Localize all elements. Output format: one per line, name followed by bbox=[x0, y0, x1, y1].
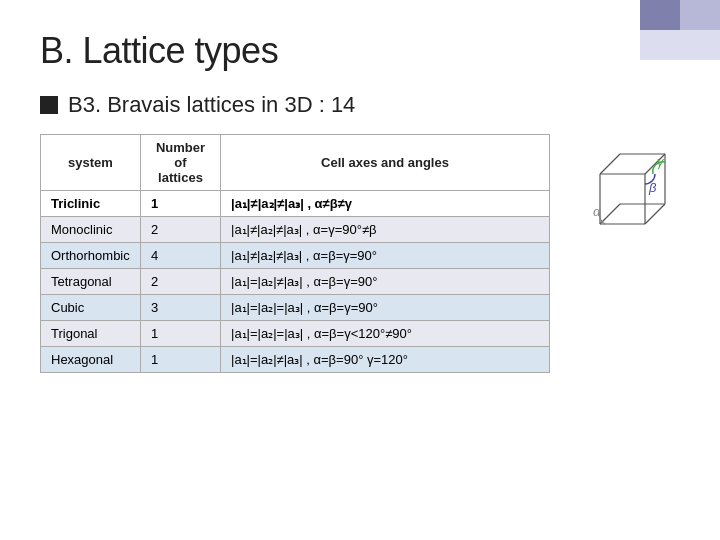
cell-number: 4 bbox=[141, 243, 221, 269]
table-row: Trigonal1|a₁|=|a₂|=|a₃| , α=β=γ<120°≠90° bbox=[41, 321, 550, 347]
table-row: Tetragonal2|a₁|=|a₂|≠|a₃| , α=β=γ=90° bbox=[41, 269, 550, 295]
svg-text:β: β bbox=[648, 180, 657, 195]
subtitle: B3. Bravais lattices in 3D : 14 bbox=[68, 92, 355, 118]
cell-number: 1 bbox=[141, 347, 221, 373]
header-system: system bbox=[41, 135, 141, 191]
page-title: B. Lattice types bbox=[40, 30, 680, 72]
svg-line-7 bbox=[645, 204, 665, 224]
cell-system: Triclinic bbox=[41, 191, 141, 217]
cell-system: Hexagonal bbox=[41, 347, 141, 373]
cell-system: Orthorhombic bbox=[41, 243, 141, 269]
cell-axes: |a₁|≠|a₂|≠|a₃| , α=γ=90°≠β bbox=[221, 217, 550, 243]
cell-axes: |a₁|=|a₂|=|a₃| , α=β=γ<120°≠90° bbox=[221, 321, 550, 347]
cell-system: Cubic bbox=[41, 295, 141, 321]
table-row: Monoclinic2|a₁|≠|a₂|≠|a₃| , α=γ=90°≠β bbox=[41, 217, 550, 243]
cell-axes: |a₁|=|a₂|≠|a₃| , α=β=γ=90° bbox=[221, 269, 550, 295]
svg-line-6 bbox=[600, 204, 620, 224]
cell-number: 2 bbox=[141, 217, 221, 243]
cell-number: 3 bbox=[141, 295, 221, 321]
cell-axes: |a₁|≠|a₂|≠|a₃| , α≠β≠γ bbox=[221, 191, 550, 217]
cell-number: 1 bbox=[141, 321, 221, 347]
cell-number: 1 bbox=[141, 191, 221, 217]
svg-line-4 bbox=[600, 154, 620, 174]
cell-number: 2 bbox=[141, 269, 221, 295]
table-row: Cubic3|a₁|=|a₂|=|a₃| , α=β=γ=90° bbox=[41, 295, 550, 321]
header-cell: Cell axes and angles bbox=[221, 135, 550, 191]
cell-axes: |a₁|=|a₂|=|a₃| , α=β=γ=90° bbox=[221, 295, 550, 321]
cell-axes: |a₁|=|a₂|≠|a₃| , α=β=90° γ=120° bbox=[221, 347, 550, 373]
header-number: Number of lattices bbox=[141, 135, 221, 191]
cell-axes: |a₁|≠|a₂|≠|a₃| , α=β=γ=90° bbox=[221, 243, 550, 269]
cell-system: Trigonal bbox=[41, 321, 141, 347]
table-row: Orthorhombic4|a₁|≠|a₂|≠|a₃| , α=β=γ=90° bbox=[41, 243, 550, 269]
cell-system: Tetragonal bbox=[41, 269, 141, 295]
table-row: Triclinic1|a₁|≠|a₂|≠|a₃| , α≠β≠γ bbox=[41, 191, 550, 217]
svg-text:α: α bbox=[593, 204, 601, 219]
table-row: Hexagonal1|a₁|=|a₂|≠|a₃| , α=β=90° γ=120… bbox=[41, 347, 550, 373]
crystal-diagram: γ β α bbox=[570, 134, 680, 264]
lattice-table: system Number of lattices Cell axes and … bbox=[40, 134, 550, 373]
cell-system: Monoclinic bbox=[41, 217, 141, 243]
bullet-icon bbox=[40, 96, 58, 114]
corner-decoration bbox=[640, 0, 720, 60]
